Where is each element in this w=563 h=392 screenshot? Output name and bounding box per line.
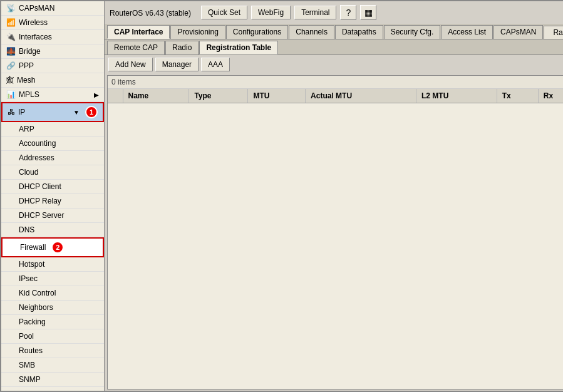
sidebar-item-kid-control[interactable]: Kid Control xyxy=(1,286,104,301)
tab-configurations[interactable]: Configurations xyxy=(226,25,288,39)
col-header-MTU: MTU xyxy=(248,89,306,103)
sidebar-label: Wireless xyxy=(19,18,48,27)
col-header-Actual MTU: Actual MTU xyxy=(306,89,416,103)
terminal-button[interactable]: Terminal xyxy=(294,6,336,19)
sidebar-item-dhcp-relay[interactable]: DHCP Relay xyxy=(1,194,104,209)
tab-provisioning[interactable]: Provisioning xyxy=(170,25,225,39)
bridge-icon: 🌉 xyxy=(6,47,16,56)
wireless-icon: 📶 xyxy=(6,18,16,27)
aaa-button[interactable]: AAA xyxy=(201,58,230,71)
col-header-check xyxy=(108,89,123,103)
table-header: NameTypeMTUActual MTUL2 MTUTxRx xyxy=(108,89,563,103)
sidebar-item-addresses[interactable]: Addresses xyxy=(1,151,104,165)
col-header-Name: Name xyxy=(123,89,189,103)
annotation-1: 1 xyxy=(85,106,98,118)
col-header-Type: Type xyxy=(189,89,248,103)
add-new-button[interactable]: Add New xyxy=(108,58,153,71)
col-header-L2 MTU: L2 MTU xyxy=(416,89,497,103)
tile-button[interactable]: ▦ xyxy=(360,5,376,20)
sidebar-label: Interfaces xyxy=(19,33,52,41)
sidebar-label: Kid Control xyxy=(19,289,56,297)
sidebar-item-mpls[interactable]: 📊MPLS▶ xyxy=(1,88,104,102)
sidebar-item-routes[interactable]: Routes xyxy=(1,344,104,358)
app-title: RouterOS v6.43 (stable) xyxy=(110,8,191,18)
sidebar-item-firewall[interactable]: Firewall2 xyxy=(1,237,104,257)
sidebar-item-ip[interactable]: 🖧IP▼1 xyxy=(1,102,104,122)
mesh-icon: 🕸 xyxy=(6,76,14,85)
sidebar-item-pool[interactable]: Pool xyxy=(1,329,104,344)
sidebar-label: Accounting xyxy=(19,139,56,148)
sidebar-label: Firewall xyxy=(20,243,46,252)
help-button[interactable]: ? xyxy=(340,5,356,20)
capsman-icon: 📡 xyxy=(6,4,16,13)
sidebar-arrow-icon: ▶ xyxy=(94,91,99,98)
sidebar-label: Neighbors xyxy=(19,303,53,312)
sidebar-label: MPLS xyxy=(19,90,39,99)
sidebar-label: Mesh xyxy=(17,76,35,85)
sidebar-item-ppp[interactable]: 🔗PPP xyxy=(1,59,104,73)
quick-set-button[interactable]: Quick Set xyxy=(201,6,247,19)
tab2-remote-cap[interactable]: Remote CAP xyxy=(107,41,165,54)
second-tab-bar: Remote CAPRadioRegistration Table xyxy=(105,39,563,55)
tab2-radio[interactable]: Radio xyxy=(165,41,199,54)
sidebar-label: Addresses xyxy=(19,153,54,162)
sidebar-label: CAPsMAN xyxy=(19,4,54,13)
sidebar-item-snmp[interactable]: SNMP xyxy=(1,373,104,387)
annotation-2: 2 xyxy=(51,241,64,254)
sidebar-item-hotspot[interactable]: Hotspot xyxy=(1,257,104,272)
sidebar-label: IP xyxy=(18,108,25,116)
sidebar-label: DHCP Relay xyxy=(19,197,61,205)
ip-icon: 🖧 xyxy=(8,108,15,116)
sidebar-label: SNMP xyxy=(19,375,41,384)
content-area: 0 items NameTypeMTUActual MTUL2 MTUTxRx xyxy=(107,75,563,389)
sidebar-item-mesh[interactable]: 🕸Mesh xyxy=(1,73,104,88)
sidebar-label: PPP xyxy=(19,61,34,70)
sidebar-label: DNS xyxy=(19,225,34,234)
tab-security-cfg.[interactable]: Security Cfg. xyxy=(384,25,441,39)
sidebar-label: IPsec xyxy=(19,274,38,283)
sidebar-item-neighbors[interactable]: Neighbors xyxy=(1,301,104,315)
tile-icon: ▦ xyxy=(364,8,373,18)
sidebar-label: DHCP Server xyxy=(19,211,64,220)
sidebar-item-arp[interactable]: ARP xyxy=(1,122,104,137)
sidebar-item-cloud[interactable]: Cloud xyxy=(1,165,104,180)
sidebar-label: Packing xyxy=(19,317,46,326)
sidebar-item-dns[interactable]: DNS xyxy=(1,223,104,237)
col-header-Rx: Rx xyxy=(538,89,563,103)
sidebar-item-dhcp-server[interactable]: DHCP Server xyxy=(1,209,104,223)
tab-datapaths[interactable]: Datapaths xyxy=(335,25,383,39)
sidebar-item-capsman[interactable]: 📡CAPsMAN xyxy=(1,1,104,16)
sidebar-item-interfaces[interactable]: 🔌Interfaces xyxy=(1,30,104,44)
sidebar-label: SMB xyxy=(19,361,35,369)
sidebar-label: Routes xyxy=(19,346,43,355)
sidebar-item-packing[interactable]: Packing xyxy=(1,315,104,329)
tab-cap-interface[interactable]: CAP Interface xyxy=(107,25,170,39)
sidebar-item-wireless[interactable]: 📶Wireless xyxy=(1,16,104,30)
tab-access-list[interactable]: Access List xyxy=(441,25,493,39)
data-table: NameTypeMTUActual MTUL2 MTUTxRx xyxy=(108,89,563,103)
sidebar: 📡CAPsMAN📶Wireless🔌Interfaces🌉Bridge🔗PPP🕸… xyxy=(1,1,105,391)
col-header-Tx: Tx xyxy=(497,89,538,103)
sidebar-item-smb[interactable]: SMB xyxy=(1,358,104,373)
toolbar: Add New Manager AAA xyxy=(105,55,563,74)
sidebar-label: DHCP Client xyxy=(19,182,61,191)
sidebar-arrow-icon: ▼ xyxy=(73,109,80,116)
webfig-button[interactable]: WebFig xyxy=(251,6,291,19)
header-bar: RouterOS v6.43 (stable) Quick Set WebFig… xyxy=(105,1,563,24)
sidebar-item-ipsec[interactable]: IPsec xyxy=(1,272,104,286)
top-tab-bar: CAP InterfaceProvisioningConfigurationsC… xyxy=(105,24,563,39)
mpls-icon: 📊 xyxy=(6,90,16,99)
items-count: 0 items xyxy=(108,76,563,89)
tab-capsman[interactable]: CAPsMAN xyxy=(493,25,543,39)
rates-button[interactable]: Rates xyxy=(544,26,563,39)
sidebar-item-bridge[interactable]: 🌉Bridge xyxy=(1,44,104,59)
sidebar-label: Hotspot xyxy=(19,260,44,269)
rates-area: Rates xyxy=(544,25,563,39)
tab2-registration-table[interactable]: Registration Table xyxy=(199,41,278,54)
manager-button[interactable]: Manager xyxy=(155,58,199,71)
sidebar-label: Cloud xyxy=(19,168,38,177)
help-icon: ? xyxy=(346,8,351,18)
sidebar-item-dhcp-client[interactable]: DHCP Client xyxy=(1,180,104,194)
sidebar-item-accounting[interactable]: Accounting xyxy=(1,137,104,151)
tab-channels[interactable]: Channels xyxy=(289,25,334,39)
